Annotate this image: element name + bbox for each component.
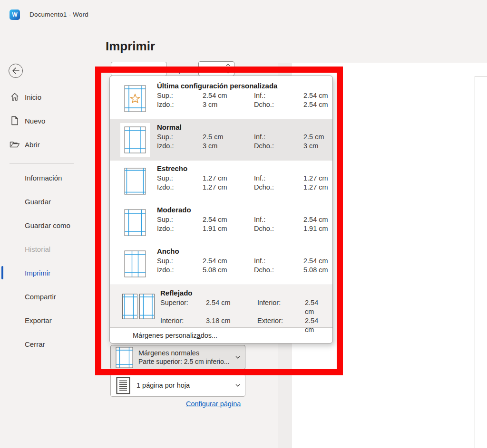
margin-value: 2.54 cm: [206, 298, 257, 316]
chevron-down-icon: [235, 384, 240, 387]
margin-label: Sup.:: [157, 91, 203, 100]
margin-value: 3 cm: [303, 142, 329, 151]
margin-option-title: Moderado: [157, 206, 329, 214]
margin-value: 5.08 cm: [203, 266, 254, 275]
margins-setting-title: Márgenes normales: [138, 349, 229, 357]
margin-value: 2.54 cm: [305, 298, 329, 316]
sidebar-item-label: Exportar: [25, 316, 52, 324]
sidebar-item-label: Compartir: [25, 293, 56, 301]
preview-page: [475, 76, 487, 448]
sidebar-item-guardar[interactable]: Guardar: [0, 193, 83, 210]
margin-option-moderado[interactable]: Moderado Sup.: 2.54 cm Inf.: 2.54 cm Izd…: [110, 202, 332, 243]
margin-label: Interior:: [160, 316, 206, 334]
margin-option-ancho[interactable]: Ancho Sup.: 2.54 cm Inf.: 2.54 cm Izdo.:…: [110, 243, 332, 285]
margin-option-title: Última configuración personalizada: [157, 82, 329, 90]
margin-label: Izdo.:: [157, 142, 203, 151]
pages-per-sheet-button[interactable]: 1 página por hoja: [110, 374, 245, 397]
chevron-down-icon: [235, 356, 240, 359]
open-folder-icon: [10, 139, 20, 150]
margin-moderate-thumbnail: [124, 209, 146, 236]
margin-label: Izdo.:: [157, 183, 203, 192]
spinner-up-icon[interactable]: [226, 64, 230, 67]
margin-wide-thumbnail: [124, 250, 146, 277]
margin-value: 2.54 cm: [303, 257, 329, 266]
sidebar-item-label: Historial: [25, 245, 50, 253]
sidebar-item-label: Abrir: [25, 141, 40, 149]
margin-value: 1.27 cm: [203, 183, 254, 192]
sidebar-item-nuevo[interactable]: Nuevo: [0, 110, 83, 131]
sidebar-item-cerrar[interactable]: Cerrar: [0, 336, 83, 352]
margin-value: 2.5 cm: [203, 133, 254, 142]
margin-option-title: Ancho: [157, 247, 329, 255]
title-bar: W Documento1 - Word: [0, 0, 487, 29]
copies-label: Copias:: [170, 66, 193, 74]
margin-value: 1.91 cm: [203, 224, 254, 233]
sidebar-item-historial: Historial: [0, 241, 83, 257]
copies-value: 1: [205, 65, 208, 73]
page-per-sheet-icon: [116, 377, 130, 394]
margin-value: 1.27 cm: [303, 183, 329, 192]
margin-value: 3.18 cm: [206, 316, 257, 334]
margin-label: Dcho.:: [254, 266, 303, 275]
margins-dropdown: Última configuración personalizada Sup.:…: [109, 76, 333, 343]
margins-setting-button[interactable]: Márgenes normales Parte superior: 2.5 cm…: [110, 345, 245, 370]
margin-last-custom-thumbnail: [124, 85, 146, 112]
margin-mirrored-thumbnail: [122, 293, 155, 320]
page-title: Imprimir: [106, 39, 155, 54]
margin-label: Dcho.:: [254, 142, 303, 151]
page-setup-link[interactable]: Configurar página: [186, 400, 241, 408]
margin-value: 2.54 cm: [303, 91, 329, 100]
sidebar-item-imprimir[interactable]: Imprimir: [0, 265, 83, 281]
margin-option-normal[interactable]: Normal Sup.: 2.5 cm Inf.: 2.5 cm Izdo.: …: [110, 119, 332, 161]
margin-label: Inf.:: [254, 174, 303, 183]
sidebar-item-inicio[interactable]: Inicio: [0, 86, 83, 107]
margin-label: Exterior:: [257, 316, 305, 334]
margin-label: Sup.:: [157, 133, 203, 142]
margin-label: Sup.:: [157, 215, 203, 224]
margin-label: Dcho.:: [254, 100, 303, 109]
margin-label: Inf.:: [254, 215, 303, 224]
margin-value: 2.54 cm: [203, 257, 254, 266]
sidebar-item-compartir[interactable]: Compartir: [0, 288, 83, 305]
margin-label: Inf.:: [254, 133, 303, 142]
margin-option-last-custom[interactable]: Última configuración personalizada Sup.:…: [110, 78, 332, 119]
active-indicator-bar: [1, 266, 3, 279]
sidebar-item-label: Información: [25, 174, 62, 182]
margin-label: Izdo.:: [157, 266, 203, 275]
sidebar-item-label: Guardar como: [25, 221, 70, 229]
sidebar-item-informacion[interactable]: Información: [0, 170, 83, 186]
sidebar-item-abrir[interactable]: Abrir: [0, 134, 83, 155]
margin-label: Sup.:: [157, 174, 203, 183]
sidebar-item-label: Nuevo: [25, 117, 45, 125]
margin-option-estrecho[interactable]: Estrecho Sup.: 1.27 cm Inf.: 1.27 cm Izd…: [110, 161, 332, 202]
margin-option-title: Estrecho: [157, 164, 329, 172]
spinner-down-icon[interactable]: [226, 71, 230, 74]
word-app-icon: W: [10, 10, 20, 20]
margin-value: 1.27 cm: [303, 174, 329, 183]
margin-option-reflejado[interactable]: Reflejado Superior: 2.54 cm Inferior: 2.…: [110, 285, 332, 327]
margin-label: Sup.:: [157, 257, 203, 266]
back-button[interactable]: [9, 64, 23, 78]
sidebar-item-exportar[interactable]: Exportar: [0, 312, 83, 328]
margin-label: Superior:: [160, 298, 206, 316]
margin-value: 5.08 cm: [303, 266, 329, 275]
margin-option-title: Reflejado: [160, 289, 329, 297]
print-button[interactable]: [111, 62, 167, 76]
backstage-sidebar: Inicio Nuevo Abrir Información Guardar G…: [0, 29, 83, 448]
margin-normal-thumbnail: [124, 126, 146, 153]
copies-stepper[interactable]: 1: [198, 61, 234, 76]
margin-value: 2.54 cm: [303, 215, 329, 224]
margin-value: 2.54 cm: [305, 316, 329, 334]
pages-per-sheet-label: 1 página por hoja: [136, 381, 190, 389]
margin-label: Inf.:: [254, 91, 303, 100]
margin-label: Inferior:: [257, 298, 305, 316]
margin-label: Izdo.:: [157, 100, 203, 109]
window-title: Documento1 - Word: [29, 11, 88, 18]
sidebar-divider: [10, 163, 74, 164]
new-document-icon: [10, 115, 20, 126]
margin-value: 3 cm: [203, 100, 254, 109]
margins-setting-detail: Parte superior: 2.5 cm inferio...: [138, 358, 229, 365]
sidebar-item-guardar-como[interactable]: Guardar como: [0, 217, 83, 233]
margin-value: 2.54 cm: [203, 91, 254, 100]
sidebar-item-label: Guardar: [25, 198, 51, 206]
